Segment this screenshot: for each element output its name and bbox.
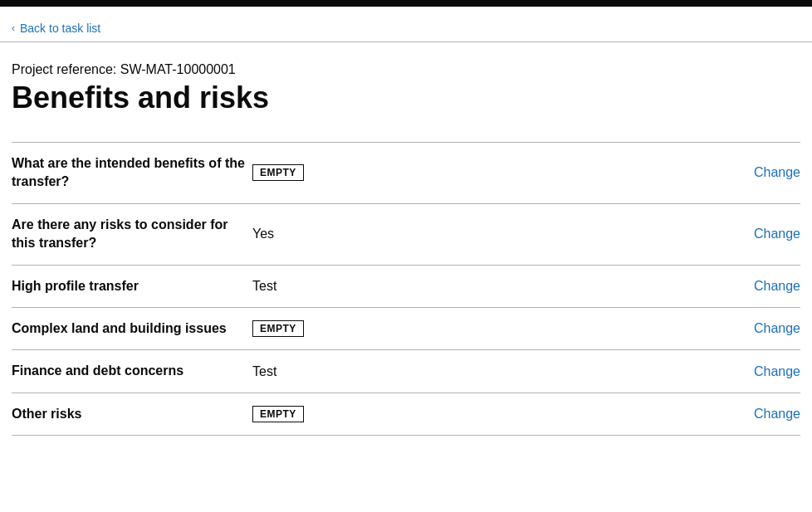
row-action: Change [734,279,800,294]
row-action: Change [734,321,800,336]
row-value: EMPTY [252,406,734,422]
page-title: Benefits and risks [12,80,800,115]
row-value: EMPTY [252,320,734,337]
row-action: Change [734,364,800,379]
project-ref-value: SW-MAT-10000001 [120,62,236,76]
row-label: Other risks [12,405,252,423]
row-label: What are the intended benefits of the tr… [12,154,252,192]
empty-badge: EMPTY [252,320,304,337]
row-value: Test [252,279,734,294]
empty-badge: EMPTY [252,164,304,181]
row-label: Are there any risks to consider for this… [12,216,252,253]
row-action: Change [734,227,800,241]
main-content: Project reference: SW-MAT-10000001 Benef… [0,42,812,436]
change-complex-land-link[interactable]: Change [754,321,800,335]
change-other-risks-link[interactable]: Change [754,407,800,421]
row-value: EMPTY [252,164,734,181]
row-action: Change [734,407,800,422]
table-row: Are there any risks to consider for this… [12,203,800,265]
back-link-container: ‹ Back to task list [0,7,812,42]
row-label: Complex land and building issues [12,319,252,338]
top-bar [0,0,812,7]
row-label: Finance and debt concerns [12,362,252,380]
row-value: Yes [252,227,734,241]
row-value: Test [252,364,734,379]
change-high-profile-link[interactable]: Change [754,279,800,293]
table-row: Finance and debt concerns Test Change [12,349,800,392]
table-row: Complex land and building issues EMPTY C… [12,307,800,349]
table-row: What are the intended benefits of the tr… [12,142,800,203]
project-ref-label: Project reference: [12,62,116,76]
back-to-task-list-link[interactable]: ‹ Back to task list [12,22,100,35]
row-action: Change [734,165,800,180]
project-reference: Project reference: SW-MAT-10000001 [12,62,800,77]
change-risks-to-consider-link[interactable]: Change [754,227,800,241]
change-intended-benefits-link[interactable]: Change [754,165,800,179]
table-row: Other risks EMPTY Change [12,393,800,436]
change-finance-debt-link[interactable]: Change [754,364,800,378]
summary-table: What are the intended benefits of the tr… [12,142,800,436]
back-link-label: Back to task list [20,22,100,35]
row-label: High profile transfer [12,277,252,295]
table-row: High profile transfer Test Change [12,265,800,307]
back-chevron-icon: ‹ [12,22,15,34]
empty-badge: EMPTY [252,406,304,422]
